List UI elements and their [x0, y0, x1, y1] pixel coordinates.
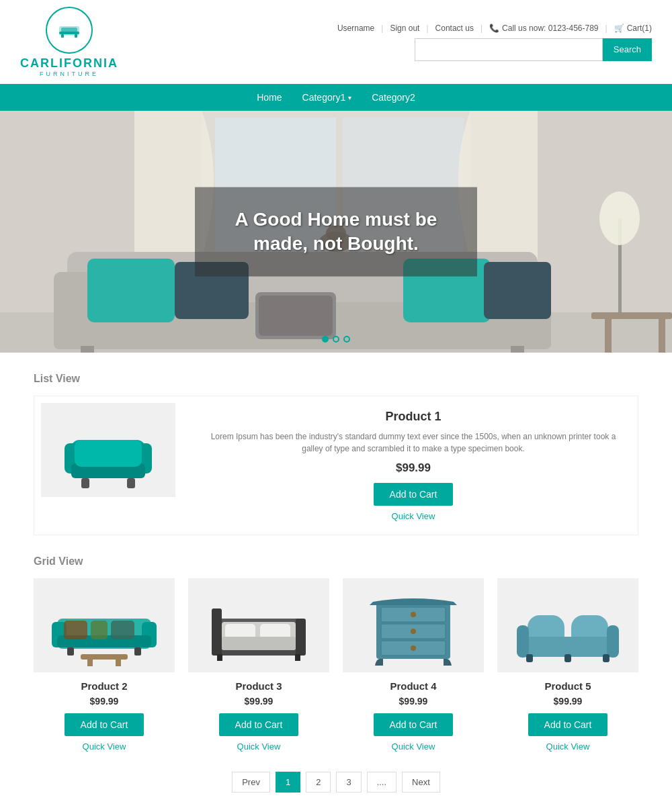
nav-item-category1[interactable]: Category1 ▾: [302, 92, 352, 103]
product-1-info: Product 1 Lorem Ipsum has been the indus…: [196, 403, 631, 528]
svg-point-23: [599, 191, 640, 245]
grid-product-2: Product 2 $99.99 Add to Cart Quick View: [34, 578, 175, 752]
product-5-image: [497, 578, 638, 672]
svg-rect-16: [87, 259, 175, 322]
brand-subtitle: FURNITURE: [40, 71, 99, 77]
svg-rect-2: [59, 32, 79, 34]
chevron-down-icon: ▾: [348, 94, 351, 101]
product-1-add-to-cart[interactable]: Add to Cart: [374, 483, 454, 506]
contact-link[interactable]: Contact us: [435, 24, 474, 33]
logo-icon: [46, 7, 93, 54]
grid-product-5: Product 5 $99.99 Add to Cart Quick View: [497, 578, 638, 752]
product-2-quick-view[interactable]: Quick View: [34, 741, 175, 752]
main-nav: Home Category1 ▾ Category2: [0, 84, 672, 111]
product-3-price: $99.99: [188, 696, 329, 707]
svg-rect-45: [87, 660, 93, 666]
search-input[interactable]: [415, 38, 603, 61]
svg-rect-21: [484, 262, 551, 319]
product-3-bed-icon: [198, 582, 319, 669]
svg-rect-57: [222, 637, 296, 650]
svg-rect-42: [67, 647, 74, 656]
cart-icon: 🛒: [614, 24, 624, 33]
hero-background: A Good Home must be made, not Bought.: [0, 111, 672, 353]
top-right-area: Username | Sign out | Contact us | 📞 Cal…: [337, 24, 652, 61]
product-3-quick-view[interactable]: Quick View: [188, 741, 329, 752]
product-2-name: Product 2: [34, 680, 175, 692]
search-bar: Search: [415, 38, 652, 61]
product-2-price: $99.99: [34, 696, 175, 707]
pagination-page-1[interactable]: 1: [276, 772, 300, 793]
product-2-add-to-cart[interactable]: Add to Cart: [65, 713, 144, 736]
main-content: List View Product 1 Lorem Ipsum has been…: [0, 353, 672, 812]
svg-rect-53: [296, 619, 306, 656]
svg-rect-72: [526, 654, 533, 662]
svg-rect-70: [517, 625, 529, 658]
hero-text: A Good Home must be made, not Bought.: [228, 208, 444, 257]
search-button[interactable]: Search: [603, 38, 652, 61]
nav-item-home[interactable]: Home: [257, 92, 282, 103]
pagination-page-2[interactable]: 2: [306, 772, 331, 793]
product-5-quick-view[interactable]: Quick View: [497, 741, 638, 752]
svg-rect-48: [91, 621, 108, 639]
svg-rect-24: [591, 312, 672, 319]
hero-banner: A Good Home must be made, not Bought.: [0, 111, 672, 353]
nav-item-category2[interactable]: Category2: [372, 92, 415, 103]
product-4-image: [343, 578, 484, 672]
pagination-next[interactable]: Next: [402, 772, 440, 793]
username-link[interactable]: Username: [337, 24, 374, 33]
svg-rect-69: [522, 637, 614, 657]
svg-rect-58: [217, 654, 222, 661]
cart-link[interactable]: 🛒 Cart(1): [614, 24, 652, 33]
svg-point-64: [411, 629, 416, 634]
hero-overlay: A Good Home must be made, not Bought.: [195, 187, 477, 277]
product-5-loveseat-icon: [507, 582, 628, 669]
svg-rect-52: [212, 608, 222, 656]
hero-dots: [322, 336, 350, 343]
hero-dot-2[interactable]: [333, 336, 339, 343]
product-2-sofa-icon: [44, 582, 165, 669]
grid-view-title: Grid View: [34, 555, 638, 568]
grid-view-container: Product 2 $99.99 Add to Cart Quick View: [34, 578, 638, 752]
product-4-quick-view[interactable]: Quick View: [343, 741, 484, 752]
product-4-add-to-cart[interactable]: Add to Cart: [374, 713, 454, 736]
svg-rect-4: [75, 34, 77, 38]
phone-info: 📞 Call us now: 0123-456-789: [489, 24, 598, 33]
product-1-name: Product 1: [209, 410, 618, 424]
svg-rect-36: [127, 478, 135, 488]
product-1-chair-icon: [51, 406, 165, 494]
svg-rect-59: [295, 654, 300, 661]
product-4-price: $99.99: [343, 696, 484, 707]
svg-rect-35: [81, 478, 89, 488]
svg-rect-15: [511, 346, 524, 353]
phone-number: Call us now: 0123-456-789: [502, 24, 598, 33]
svg-rect-49: [111, 621, 134, 639]
hero-dot-3[interactable]: [343, 336, 350, 343]
svg-point-66: [411, 645, 416, 651]
pagination: Prev 1 2 3 .... Next: [34, 772, 638, 793]
product-5-add-to-cart[interactable]: Add to Cart: [528, 713, 608, 736]
product-2-image: [34, 578, 175, 672]
pagination-prev[interactable]: Prev: [232, 772, 270, 793]
svg-rect-46: [116, 660, 121, 666]
product-3-name: Product 3: [188, 680, 329, 692]
top-links: Username | Sign out | Contact us | 📞 Cal…: [337, 24, 652, 33]
brand-name: CARLIFORNIA: [20, 56, 118, 71]
signout-link[interactable]: Sign out: [390, 24, 419, 33]
phone-icon: 📞: [489, 24, 499, 33]
product-1-quick-view[interactable]: Quick View: [209, 511, 618, 521]
product-1-desc: Lorem Ipsum has been the industry's stan…: [209, 431, 618, 455]
svg-rect-3: [61, 34, 64, 38]
product-4-name: Product 4: [343, 680, 484, 692]
svg-rect-56: [260, 624, 290, 639]
hero-dot-1[interactable]: [322, 336, 329, 343]
logo[interactable]: CARLIFORNIA FURNITURE: [20, 7, 118, 77]
svg-rect-47: [64, 621, 87, 639]
product-1-price: $99.99: [209, 461, 618, 475]
list-view-product-1: Product 1 Lorem Ipsum has been the indus…: [34, 396, 638, 535]
pagination-page-3[interactable]: 3: [336, 772, 361, 793]
product-3-add-to-cart[interactable]: Add to Cart: [219, 713, 299, 736]
svg-rect-55: [225, 624, 255, 639]
svg-rect-25: [605, 319, 612, 353]
svg-rect-14: [81, 346, 94, 353]
svg-rect-37: [75, 440, 142, 467]
